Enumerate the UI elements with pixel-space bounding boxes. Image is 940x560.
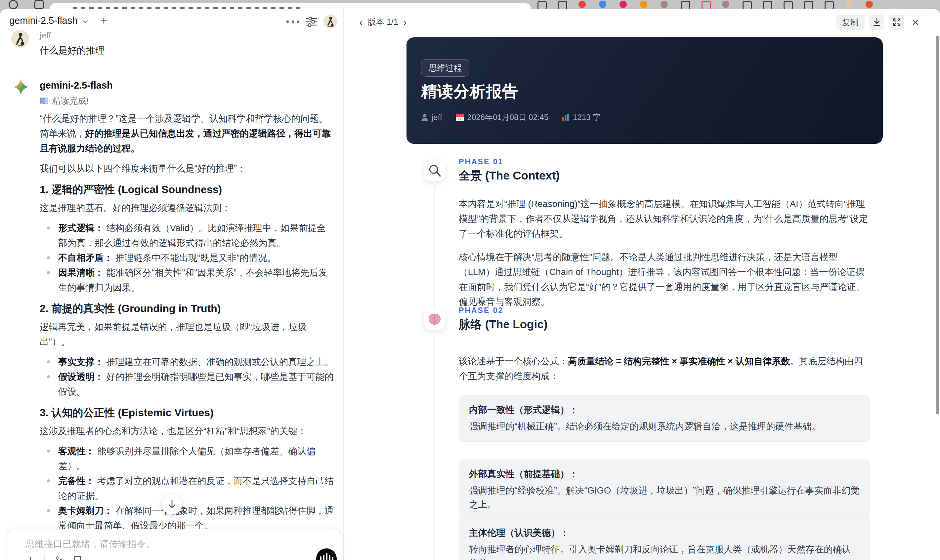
more-options-button[interactable]: [287, 20, 299, 23]
version-prev-button[interactable]: ‹: [359, 17, 362, 27]
chat-paragraph: 逻辑再完美，如果前提是错误的，推理也是垃圾（即“垃圾进，垃圾出”）。: [40, 319, 335, 349]
browser-extension-icon[interactable]: [804, 1, 813, 10]
browser-extension-icon[interactable]: [722, 1, 729, 8]
fullscreen-button[interactable]: [889, 15, 904, 30]
browser-extension-icon[interactable]: [743, 1, 752, 10]
phase1-label: PHASE 01: [459, 157, 503, 166]
input-divider: [44, 555, 45, 560]
phase2-title: 脉络 (The Logic): [459, 317, 547, 332]
chat-input-box[interactable]: 思维接口已就绪，请传输指令。: [7, 529, 342, 560]
phase2-paragraph: 该论述基于一个核心公式：高质量结论 = 结构完整性 × 事实准确性 × 认知自律…: [459, 354, 870, 383]
report-badge: 思维过程: [421, 59, 469, 77]
phase1-paragraph: 本内容是对“推理 (Reasoning)”这一抽象概念的高层建模。在知识爆炸与人…: [459, 196, 870, 241]
chat-paragraph: 我们可以从以下四个维度来衡量什么是“好的推理”：: [40, 161, 335, 176]
model-selector[interactable]: gemini-2.5-flash: [9, 15, 89, 26]
download-button[interactable]: [869, 15, 885, 30]
browser-extension-icon[interactable]: [681, 1, 690, 10]
card-body: 强调推理的“机械正确”。结论必须在给定的规则系统内逻辑自洽，这是推理的硬件基础。: [469, 420, 860, 433]
user-avatar: [11, 30, 29, 48]
browser-extension-icon[interactable]: [824, 1, 834, 10]
report-word-count: 1213 字: [573, 112, 601, 123]
svg-text:17: 17: [458, 117, 461, 121]
browser-extension-icon[interactable]: [538, 1, 547, 10]
gemini-logo-icon: [12, 78, 29, 95]
bookmark-icon[interactable]: [73, 555, 82, 560]
card-body: 强调推理的“经验校准”。解决“GIGO（垃圾进，垃圾出）”问题，确保推理引擎运行…: [469, 484, 860, 511]
person-icon: [421, 113, 428, 122]
chat-bullet-item: 形式逻辑： 结构必须有效（Valid）。比如演绎推理中，如果前提全部为真，那么通…: [40, 220, 335, 250]
user-message: 什么是好的推理: [40, 44, 105, 57]
logic-card-internal-consistency: 内部一致性（形式逻辑）： 强调推理的“机械正确”。结论必须在给定的规则系统内逻辑…: [459, 395, 870, 442]
card-body: 转向推理者的心理特征。引入奥卡姆剃刀和反向论证，旨在克服人类（或机器）天然存在的…: [469, 543, 860, 560]
card-title: 内部一致性（形式逻辑）：: [469, 404, 860, 416]
chat-bullet-list: 形式逻辑： 结构必须有效（Valid）。比如演绎推理中，如果前提全部为真，那么通…: [40, 220, 335, 295]
version-next-button[interactable]: ›: [404, 17, 407, 27]
scroll-to-bottom-button[interactable]: [162, 494, 182, 514]
chat-bullet-item: 不自相矛盾： 推理链条中不能出现“既是又非”的情况。: [40, 250, 335, 265]
chat-paragraph: “什么是好的推理？”这是一个涉及逻辑学、认知科学和哲学核心的问题。简单来说，好的…: [40, 111, 335, 156]
chat-bullet-item: 假设透明： 好的推理会明确指明哪些是已知事实，哪些是基于可能的假设。: [40, 369, 335, 399]
chat-section-heading: 1. 逻辑的严密性 (Logical Soundness): [40, 183, 335, 196]
magnifier-icon: [428, 164, 441, 177]
version-navigator: ‹ 版本 1/1 ›: [359, 17, 407, 28]
chat-input-placeholder[interactable]: 思维接口已就绪，请传输指令。: [25, 538, 155, 551]
browser-apps-grid-icon[interactable]: [34, 0, 44, 9]
browser-reload-icon[interactable]: [9, 0, 18, 9]
phase1-body: 本内容是对“推理 (Reasoning)”这一抽象概念的高层建模。在知识爆炸与人…: [459, 196, 870, 318]
chat-bullet-list: 客观性： 能够识别并尽量排除个人偏见（如幸存者偏差、确认偏差）。完备性： 考虑了…: [40, 444, 335, 533]
download-icon: [872, 17, 881, 27]
chat-paragraph: 这涉及推理者的心态和方法论，也是区分“杠精”和“思想家”的关键：: [40, 423, 335, 438]
phase2-label: PHASE 02: [459, 306, 503, 315]
browser-extension-icon[interactable]: [784, 1, 793, 10]
chat-bullet-list: 事实支撑： 推理建立在可靠的数据、准确的观测或公认的真理之上。假设透明： 好的推…: [40, 354, 335, 399]
browser-extension-icon[interactable]: [619, 1, 627, 8]
logic-card-agent-ethics: 主体伦理（认识美德）： 转向推理者的心理特征。引入奥卡姆剃刀和反向论证，旨在克服…: [459, 518, 870, 560]
phase1-title: 全景 (The Context): [459, 168, 559, 183]
chat-bullet-item: 事实支撑： 推理建立在可靠的数据、准确的观测或公认的真理之上。: [40, 354, 335, 369]
url-text-clipped: [73, 7, 301, 9]
browser-extension-icon[interactable]: [661, 1, 668, 8]
card-title: 外部真实性（前提基础）：: [469, 468, 860, 480]
browser-extension-icon[interactable]: [578, 1, 586, 8]
chat-bullet-item: 奥卡姆剃刀： 在解释同一个现象时，如果两种推理都能站得住脚，通常倾向于最简单、假…: [40, 503, 335, 533]
browser-extension-icon[interactable]: [845, 1, 852, 8]
chat-panel: gemini-2.5-flash +: [0, 9, 343, 560]
user-avatar-small[interactable]: [324, 15, 337, 28]
phase1-paragraph: 核心情境在于解决“思考的随意性”问题。不论是人类通过批判性思维进行决策，还是大语…: [459, 249, 870, 309]
copy-button[interactable]: 复制: [836, 15, 864, 30]
report-hero-card: 思维过程 精读分析报告 jeff 17: [407, 37, 883, 144]
browser-extension-icon[interactable]: [701, 1, 711, 10]
attach-plus-icon[interactable]: [25, 556, 35, 560]
report-meta: jeff 17 2026年01月08日 02:45: [421, 112, 601, 123]
avatar-figure-icon: [324, 15, 337, 28]
user-name: jeff: [40, 31, 51, 41]
settings-sliders-icon[interactable]: [305, 15, 318, 28]
report-title: 精读分析报告: [421, 81, 518, 102]
phase1-icon-card: [424, 160, 445, 181]
report-date: 2026年01月08日 02:45: [467, 112, 549, 123]
browser-extension-icon[interactable]: [763, 1, 772, 10]
sparkle-tools-icon[interactable]: [53, 555, 65, 560]
phase2-icon-card: [424, 309, 445, 330]
browser-extension-icon[interactable]: [599, 1, 606, 8]
chat-section-heading: 3. 认知的公正性 (Epistemic Virtues): [40, 406, 335, 420]
app-window: gemini-2.5-flash +: [0, 9, 940, 560]
timeline-line: [434, 186, 435, 308]
assistant-message-body: “什么是好的推理？”这是一个涉及逻辑学、认知科学和哲学核心的问题。简单来说，好的…: [40, 111, 335, 560]
browser-extension-icon[interactable]: [866, 1, 873, 8]
expand-icon: [892, 17, 901, 27]
browser-extension-icon[interactable]: [558, 1, 567, 10]
voice-input-button[interactable]: [316, 548, 337, 560]
version-label: 版本 1/1: [368, 17, 398, 28]
assistant-status-text: 精读完成!: [52, 95, 89, 107]
scrollbar[interactable]: [936, 36, 939, 414]
report-author: jeff: [431, 113, 442, 122]
arrow-down-icon: [167, 499, 177, 509]
close-panel-button[interactable]: ×: [909, 15, 922, 30]
browser-extension-icon[interactable]: [640, 1, 647, 8]
new-chat-button[interactable]: +: [100, 15, 107, 26]
avatar-figure-icon: [11, 30, 29, 48]
card-title: 主体伦理（认识美德）：: [469, 527, 860, 539]
logic-card-external-truth: 外部真实性（前提基础）： 强调推理的“经验校准”。解决“GIGO（垃圾进，垃圾出…: [459, 460, 870, 520]
chat-paragraph: 这是推理的基石。好的推理必须遵循逻辑法则：: [40, 200, 335, 215]
